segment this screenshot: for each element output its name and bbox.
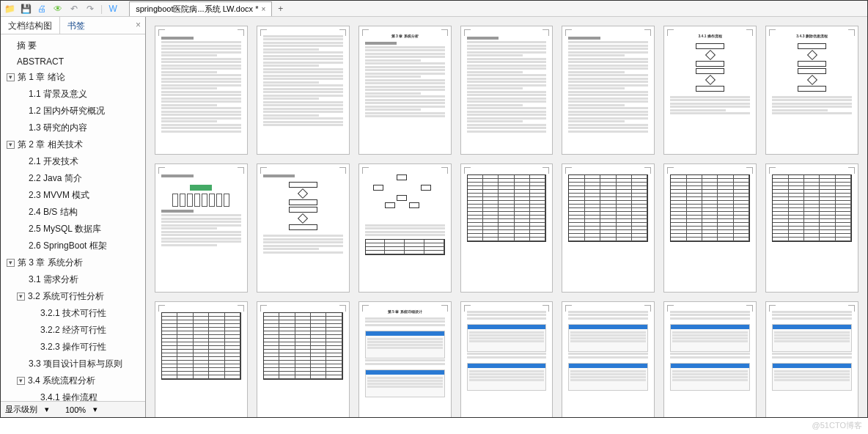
outline-label: 第 1 章 绪论 [18, 71, 65, 84]
outline-label: ABSTRACT [17, 56, 64, 67]
level-label: 显示级别 [5, 404, 37, 415]
outline-label: 3.4 系统流程分析 [28, 375, 95, 387]
outline-item[interactable]: 2.5 MySQL 数据库 [1, 221, 145, 238]
outline-item[interactable]: 3.2.3 操作可行性 [1, 339, 145, 356]
outline-label: 2.2 Java 简介 [29, 172, 82, 185]
document-tabs: springboot医院病...系统 LW.docx * × + [129, 1, 289, 16]
add-tab-button[interactable]: + [272, 2, 289, 15]
outline-label: 1.2 国内外研究概况 [29, 105, 105, 117]
outline-label: 2.5 MySQL 数据库 [29, 223, 101, 235]
page-thumbnail[interactable] [663, 163, 757, 293]
outline-item[interactable]: ▾3.2 系统可行性分析 [1, 288, 145, 305]
collapse-icon[interactable]: ▾ [17, 293, 25, 301]
outline-item[interactable]: ▾3.4 系统流程分析 [1, 372, 145, 389]
close-icon[interactable]: × [261, 5, 265, 13]
page-thumbnails-area[interactable]: 第 3 章 系统分析3.4.1 操作流程3.4.3 删除信息流程第 5 章 系统… [146, 17, 867, 417]
outline-item[interactable]: 3.2.1 技术可行性 [1, 305, 145, 322]
page-thumbnail[interactable]: 3.4.3 删除信息流程 [765, 26, 858, 155]
outline-label: 2.1 开发技术 [29, 155, 78, 168]
sidebar-footer: 显示级别 ▾ 100% ▾ [1, 401, 145, 417]
page-thumbnail[interactable]: 3.4.1 操作流程 [663, 26, 757, 155]
outline-item[interactable]: 1.3 研究的内容 [1, 119, 145, 136]
outline-item[interactable]: 3.2.2 经济可行性 [1, 322, 145, 339]
page-thumbnail[interactable] [460, 301, 553, 417]
sidebar-close-icon[interactable]: × [131, 17, 145, 34]
outline-label: 3.1 需求分析 [29, 273, 78, 286]
outline-item[interactable]: 3.4.1 操作流程 [1, 389, 145, 401]
collapse-icon[interactable]: ▾ [7, 141, 15, 149]
collapse-icon[interactable]: ▾ [7, 259, 15, 267]
wps-icon[interactable]: W [107, 3, 119, 15]
outline-item[interactable]: ABSTRACT [1, 54, 145, 69]
page-thumbnail[interactable] [460, 163, 553, 293]
outline-label: 3.4.1 操作流程 [40, 391, 98, 401]
level-dropdown[interactable]: ▾ [45, 405, 49, 414]
outline-label: 摘 要 [17, 40, 37, 52]
page-thumbnail[interactable] [257, 26, 350, 155]
page-thumbnail[interactable] [765, 163, 858, 293]
sidebar: 文档结构图 书签 × 摘 要ABSTRACT▾第 1 章 绪论1.1 背景及意义… [1, 17, 146, 417]
outline-item[interactable]: 1.2 国内外研究概况 [1, 103, 145, 119]
outline-label: 3.2.3 操作可行性 [40, 341, 106, 353]
outline-item[interactable]: 2.3 MVVM 模式 [1, 187, 145, 204]
tab-structure[interactable]: 文档结构图 [1, 17, 60, 34]
tab-bookmark[interactable]: 书签 [60, 17, 92, 34]
outline-label: 1.1 背景及意义 [29, 88, 87, 100]
tab-title: springboot医院病...系统 LW.docx * [136, 4, 258, 15]
page-thumbnail[interactable] [155, 301, 248, 417]
document-outline: 摘 要ABSTRACT▾第 1 章 绪论1.1 背景及意义1.2 国内外研究概况… [1, 34, 145, 401]
page-thumbnail[interactable]: 第 3 章 系统分析 [358, 26, 452, 155]
outline-item[interactable]: 2.4 B/S 结构 [1, 204, 145, 221]
outline-label: 3.2.1 技术可行性 [40, 307, 106, 320]
collapse-icon[interactable]: ▾ [17, 377, 25, 385]
save-icon[interactable]: 💾 [20, 3, 32, 15]
outline-label: 第 2 章 相关技术 [18, 139, 83, 151]
document-tab[interactable]: springboot医院病...系统 LW.docx * × [129, 1, 272, 16]
outline-label: 2.4 B/S 结构 [29, 206, 78, 218]
undo-icon[interactable]: ↶ [68, 3, 80, 15]
preview-icon[interactable]: 👁 [52, 3, 64, 15]
outline-label: 3.2.2 经济可行性 [40, 324, 106, 336]
collapse-icon[interactable]: ▾ [7, 73, 15, 81]
page-thumbnail[interactable] [562, 301, 655, 417]
page-thumbnail[interactable] [765, 301, 858, 417]
outline-item[interactable]: ▾第 3 章 系统分析 [1, 254, 145, 271]
outline-label: 2.6 SpringBoot 框架 [29, 240, 107, 252]
outline-item[interactable]: ▾第 1 章 绪论 [1, 69, 145, 86]
page-thumbnail[interactable] [155, 26, 248, 155]
outline-label: 3.3 项目设计目标与原则 [29, 358, 122, 370]
zoom-value: 100% [65, 405, 86, 414]
page-thumbnail[interactable]: 第 5 章 系统详细设计 [358, 301, 452, 417]
page-thumbnail[interactable] [257, 301, 350, 417]
redo-icon[interactable]: ↷ [84, 3, 96, 15]
outline-label: 3.2 系统可行性分析 [28, 290, 104, 303]
outline-label: 2.3 MVVM 模式 [29, 189, 89, 202]
sidebar-tabs: 文档结构图 书签 × [1, 17, 145, 34]
page-thumbnail[interactable] [562, 163, 655, 293]
outline-item[interactable]: 摘 要 [1, 37, 145, 54]
outline-item[interactable]: 3.1 需求分析 [1, 271, 145, 288]
page-thumbnail[interactable] [257, 163, 350, 293]
print-icon[interactable]: 🖨 [36, 3, 48, 15]
page-thumbnail[interactable] [155, 163, 248, 293]
page-thumbnail[interactable] [460, 26, 553, 155]
outline-item[interactable]: 2.2 Java 简介 [1, 170, 145, 187]
outline-label: 第 3 章 系统分析 [18, 257, 83, 269]
page-thumbnail[interactable] [358, 163, 452, 293]
outline-label: 1.3 研究的内容 [29, 122, 87, 134]
outline-item[interactable]: 1.1 背景及意义 [1, 86, 145, 103]
main-toolbar: 📁 💾 🖨 👁 ↶ ↷ | W springboot医院病...系统 LW.do… [1, 1, 867, 17]
pages-grid: 第 3 章 系统分析3.4.1 操作流程3.4.3 删除信息流程第 5 章 系统… [155, 26, 858, 417]
outline-item[interactable]: ▾第 2 章 相关技术 [1, 136, 145, 153]
zoom-dropdown[interactable]: ▾ [93, 405, 98, 414]
page-thumbnail[interactable] [562, 26, 655, 155]
outline-item[interactable]: 2.1 开发技术 [1, 153, 145, 170]
outline-item[interactable]: 3.3 项目设计目标与原则 [1, 356, 145, 372]
outline-item[interactable]: 2.6 SpringBoot 框架 [1, 238, 145, 254]
page-thumbnail[interactable] [663, 301, 757, 417]
folder-icon[interactable]: 📁 [4, 3, 15, 15]
